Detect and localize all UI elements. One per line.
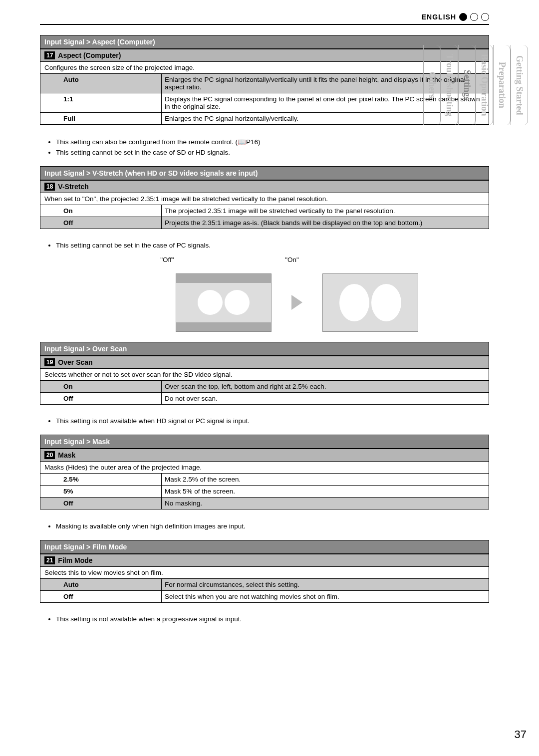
item-title: Over Scan [58,358,92,366]
option-row: 5%Mask 5% of the screen. [40,486,489,498]
option-text: Mask 2.5% of the screen. [162,474,489,486]
option-text: Select this when you are not watching mo… [162,590,489,602]
option-text: Mask 5% of the screen. [162,486,489,498]
description: Masks (Hides) the outer area of the proj… [40,462,489,474]
vstretch-diagram [105,273,489,332]
option-text: The projected 2.35:1 image will be stret… [162,205,489,217]
subheading: 20Mask [40,449,489,462]
option-row: OffProjects the 2.35:1 image as-is. (Bla… [40,217,489,229]
lang-dot-filled [459,13,467,21]
item-number: 20 [44,451,55,459]
option-row: OnThe projected 2.35:1 image will be str… [40,205,489,217]
option-row: OffNo masking. [40,498,489,509]
option-text: Projects the 2.35:1 image as-is. (Black … [162,217,489,229]
item-number: 21 [44,556,55,564]
page-number: 37 [515,728,527,741]
item-title: Mask [58,451,75,459]
subheading: 21Film Mode [40,554,489,567]
option-label: On [60,381,162,393]
language-bar: ENGLISH [40,10,489,25]
option-label: Auto [60,579,162,591]
option-label: Full [60,113,162,125]
item-number: 18 [44,183,55,191]
breadcrumb: Input Signal > Over Scan [40,342,489,356]
item-title: Aspect (Computer) [58,51,121,59]
language-label: ENGLISH [422,13,456,21]
option-text: For normal circumstances, select this se… [162,579,489,591]
item-title: Film Mode [58,556,92,564]
screen-on [322,273,418,332]
arrow-icon [291,295,302,310]
option-label: Off [60,217,162,229]
breadcrumb: Input Signal > Mask [40,435,489,449]
side-tab-getting-started[interactable]: Getting Started [511,45,528,125]
option-label: Auto [60,74,162,93]
option-text: No masking. [162,498,489,509]
subheading: 19Over Scan [40,356,489,369]
note-bullet: This setting cannot be set in the case o… [56,242,489,249]
side-tab-troubleshooting[interactable]: Troubleshooting [441,45,458,125]
description: Configures the screen size of the projec… [40,62,489,74]
option-row: OnOver scan the top, left, bottom and ri… [40,381,489,393]
note-bullet: This setting is not available when HD si… [56,417,489,425]
side-tab-basic-operation[interactable]: Basic Operation [476,45,493,125]
subheading: 18V-Stretch [40,180,489,193]
option-label: 1:1 [60,93,162,113]
side-tab-settings[interactable]: Settings [458,45,476,125]
option-row: OffDo not over scan. [40,392,489,404]
subheading: 17Aspect (Computer) [40,49,489,62]
note-bullet: This setting is not available when a pro… [56,615,489,623]
side-tab-others[interactable]: Others [423,45,441,125]
description: Selects whether or not to set over scan … [40,369,489,381]
note-bullet: This setting cannot be set in the case o… [56,149,489,156]
note-bullet: This setting can also be configured from… [56,138,489,146]
option-label: 5% [60,486,162,498]
description: Selects this to view movies shot on film… [40,567,489,579]
option-row: AutoEnlarges the PC signal horizontally/… [40,74,489,93]
item-number: 19 [44,358,55,366]
screen-off [176,273,271,332]
option-row: 2.5%Mask 2.5% of the screen. [40,474,489,486]
option-label: Off [60,590,162,602]
lang-dot-2 [470,13,478,21]
lang-dot-3 [481,13,489,21]
option-label: On [60,205,162,217]
option-text: Over scan the top, left, bottom and righ… [162,381,489,393]
option-row: FullEnlarges the PC signal horizontally/… [40,113,489,125]
diagram-labels: "Off""On" [105,256,354,263]
option-row: OffSelect this when you are not watching… [40,590,489,602]
item-title: V-Stretch [58,183,88,191]
breadcrumb: Input Signal > Aspect (Computer) [40,35,489,49]
description: When set to "On", the projected 2.35:1 i… [40,193,489,205]
breadcrumb: Input Signal > Film Mode [40,540,489,554]
option-label: Off [60,392,162,404]
item-number: 17 [44,51,55,59]
option-text: Do not over scan. [162,392,489,404]
option-label: 2.5% [60,474,162,486]
side-tab-preparation[interactable]: Preparation [493,45,511,125]
note-bullet: Masking is available only when high defi… [56,522,489,530]
option-label: Off [60,498,162,509]
option-row: AutoFor normal circumstances, select thi… [40,579,489,591]
breadcrumb: Input Signal > V-Stretch (when HD or SD … [40,166,489,180]
option-row: 1:1Displays the PC signal corresponding … [40,93,489,113]
